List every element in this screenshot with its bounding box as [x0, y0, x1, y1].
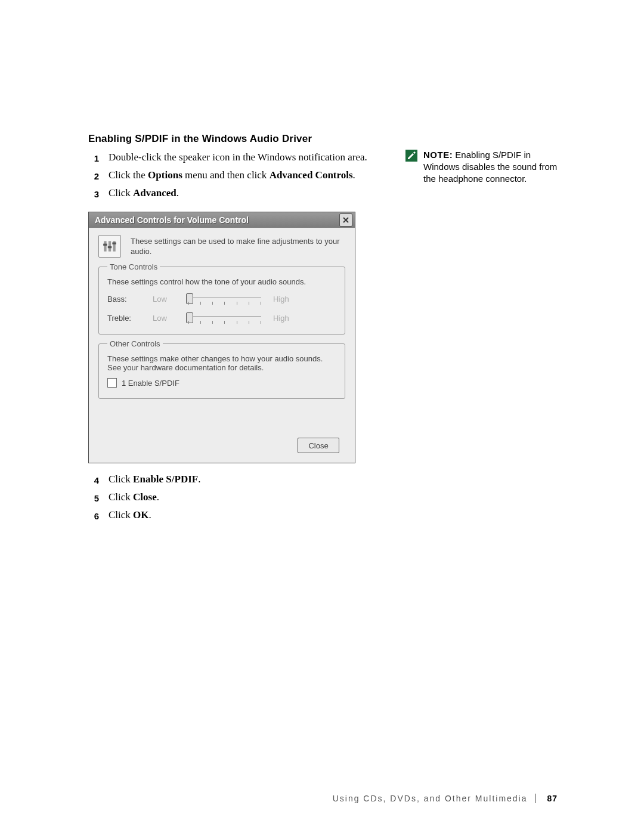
- svg-rect-6: [112, 243, 116, 244]
- step-row: 6Click OK.: [88, 507, 410, 525]
- step-number: 1: [88, 149, 99, 167]
- page-number: 87: [547, 794, 558, 803]
- page-footer: Using CDs, DVDs, and Other Multimedia 87: [333, 794, 558, 803]
- step-row: 3Click Advanced.: [88, 185, 410, 203]
- step-row: 1Double-click the speaker icon in the Wi…: [88, 149, 410, 167]
- treble-slider[interactable]: [186, 311, 264, 324]
- dialog-title: Advanced Controls for Volume Control: [95, 215, 339, 225]
- dialog-titlebar[interactable]: Advanced Controls for Volume Control: [89, 212, 355, 228]
- dialog-close-x-button[interactable]: [339, 213, 352, 227]
- step-text: Click Close.: [109, 489, 410, 507]
- bass-slider[interactable]: [186, 292, 264, 305]
- tone-label: Treble:: [107, 314, 143, 323]
- svg-rect-1: [104, 241, 106, 251]
- close-button-label: Close: [308, 441, 328, 450]
- step-number: 2: [88, 167, 99, 185]
- step-text: Click the Options menu and then click Ad…: [109, 167, 410, 185]
- step-row: 2Click the Options menu and then click A…: [88, 167, 410, 185]
- step-text: Double-click the speaker icon in the Win…: [109, 149, 410, 167]
- step-row: 4Click Enable S/PDIF.: [88, 471, 410, 489]
- close-button[interactable]: Close: [298, 438, 339, 453]
- note-text: NOTE: Enabling S/PDIF in Windows disable…: [423, 149, 561, 185]
- tone-controls-group: Tone Controls These settings control how…: [98, 262, 345, 335]
- svg-rect-4: [103, 244, 107, 246]
- steps-bottom: 4Click Enable S/PDIF.5Click Close.6Click…: [88, 471, 410, 525]
- step-number: 5: [88, 489, 99, 507]
- other-controls-desc: These settings make other changes to how…: [107, 354, 336, 372]
- other-controls-group: Other Controls These settings make other…: [98, 339, 345, 399]
- tone-low-label: Low: [153, 314, 177, 323]
- tone-row: Bass:LowHigh: [107, 292, 336, 305]
- step-row: 5Click Close.: [88, 489, 410, 507]
- step-text: Click Enable S/PDIF.: [109, 471, 410, 489]
- enable-spdif-checkbox[interactable]: [107, 378, 117, 388]
- note-label: NOTE:: [423, 150, 453, 160]
- tone-high-label: High: [273, 295, 297, 304]
- tone-label: Bass:: [107, 295, 143, 304]
- audio-mixer-icon: [98, 235, 121, 258]
- step-number: 4: [88, 471, 99, 489]
- tone-high-label: High: [273, 314, 297, 323]
- steps-top: 1Double-click the speaker icon in the Wi…: [88, 149, 410, 203]
- step-text: Click OK.: [109, 507, 410, 525]
- close-icon: [342, 216, 349, 224]
- tone-controls-legend: Tone Controls: [107, 262, 160, 271]
- tone-row: Treble:LowHigh: [107, 311, 336, 324]
- step-text: Click Advanced.: [109, 185, 410, 203]
- dialog-intro-text: These settings can be used to make fine …: [131, 235, 345, 256]
- enable-spdif-label: 1 Enable S/PDIF: [122, 379, 179, 388]
- advanced-controls-dialog: Advanced Controls for Volume Control: [88, 212, 355, 463]
- pencil-note-icon: [405, 150, 417, 162]
- step-number: 3: [88, 185, 99, 203]
- other-controls-legend: Other Controls: [107, 339, 163, 348]
- tone-controls-desc: These settings control how the tone of y…: [107, 277, 336, 286]
- section-heading: Enabling S/PDIF in the Windows Audio Dri…: [88, 133, 312, 145]
- footer-section-title: Using CDs, DVDs, and Other Multimedia: [333, 794, 528, 803]
- step-number: 6: [88, 507, 99, 525]
- svg-rect-5: [108, 246, 112, 248]
- tone-low-label: Low: [153, 295, 177, 304]
- note-block: NOTE: Enabling S/PDIF in Windows disable…: [405, 149, 561, 185]
